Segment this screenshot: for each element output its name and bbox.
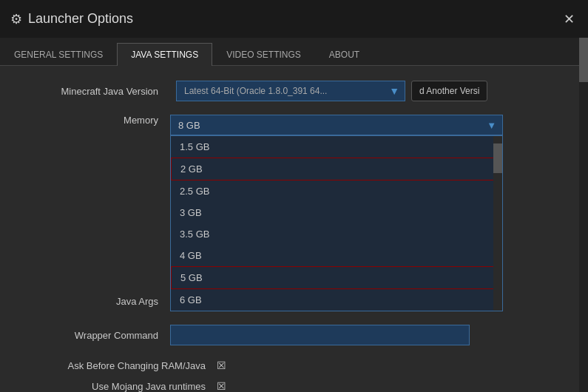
tab-about[interactable]: ABOUT	[315, 43, 374, 66]
wrapper-command-label: Wrapper Command	[22, 330, 170, 341]
tab-general-settings[interactable]: GENERAL SETTINGS	[0, 43, 117, 66]
gear-icon: ⚙	[10, 11, 22, 27]
tab-java-settings[interactable]: JAVA SETTINGS	[117, 43, 212, 66]
ask-before-label: Ask Before Changing RAM/Java	[22, 360, 214, 371]
window-scrollbar-thumb	[579, 38, 588, 82]
tab-bar: GENERAL SETTINGS JAVA SETTINGS VIDEO SET…	[0, 38, 588, 66]
java-args-label: Java Args	[22, 296, 170, 307]
memory-current-value: 8 GB	[178, 120, 200, 131]
java-version-row: Minecraft Java Version Latest 64-Bit (Or…	[22, 81, 566, 101]
dropdown-scrollbar-thumb	[493, 143, 502, 173]
content-area: Minecraft Java Version Latest 64-Bit (Or…	[0, 66, 588, 392]
use-mojang-label: Use Mojang Java runtimes	[22, 381, 214, 392]
wrapper-command-input[interactable]	[170, 325, 470, 345]
ask-before-checkbox[interactable]: ☒	[214, 359, 228, 372]
tab-video-settings[interactable]: VIDEO SETTINGS	[212, 43, 315, 66]
memory-option-1.5gb[interactable]: 1.5 GB	[171, 136, 502, 158]
close-button[interactable]: ✕	[560, 10, 578, 28]
window-title: Launcher Options	[28, 11, 133, 27]
dropdown-scrollbar[interactable]	[493, 136, 502, 311]
memory-dropdown-arrow: ▼	[487, 120, 496, 131]
memory-select-wrapper: 8 GB ▼ 1.5 GB 2 GB 2.5 GB 3 GB 3.5 GB 4 …	[170, 115, 503, 135]
memory-option-6gb[interactable]: 6 GB	[171, 289, 502, 311]
java-version-select-wrapper: Latest 64-Bit (Oracle 1.8.0_391 64... ▼	[176, 81, 405, 101]
ask-before-row: Ask Before Changing RAM/Java ☒	[22, 359, 566, 372]
memory-dropdown-list: 1.5 GB 2 GB 2.5 GB 3 GB 3.5 GB 4 GB 5 GB…	[170, 135, 503, 311]
title-bar: ⚙ Launcher Options ✕	[0, 0, 588, 38]
memory-option-4gb[interactable]: 4 GB	[171, 245, 502, 266]
memory-option-3gb[interactable]: 3 GB	[171, 202, 502, 223]
java-version-label: Minecraft Java Version	[22, 86, 170, 97]
memory-option-5gb[interactable]: 5 GB	[171, 266, 502, 289]
wrapper-command-row: Wrapper Command	[22, 325, 566, 345]
memory-option-2gb[interactable]: 2 GB	[171, 158, 502, 180]
java-version-select[interactable]: Latest 64-Bit (Oracle 1.8.0_391 64...	[176, 81, 405, 101]
title-bar-left: ⚙ Launcher Options	[10, 11, 133, 27]
use-mojang-row: Use Mojang Java runtimes ☒	[22, 379, 566, 392]
memory-row: Memory 8 GB ▼ 1.5 GB 2 GB 2.5 GB 3 GB 3.…	[22, 115, 566, 135]
memory-option-2.5gb[interactable]: 2.5 GB	[171, 180, 502, 202]
memory-label: Memory	[22, 115, 170, 126]
use-mojang-checkbox[interactable]: ☒	[214, 379, 228, 392]
add-version-button[interactable]: d Another Versi	[411, 81, 487, 101]
window-scrollbar[interactable]	[579, 38, 588, 392]
memory-option-3.5gb[interactable]: 3.5 GB	[171, 223, 502, 245]
memory-select-display[interactable]: 8 GB ▼	[170, 115, 503, 135]
